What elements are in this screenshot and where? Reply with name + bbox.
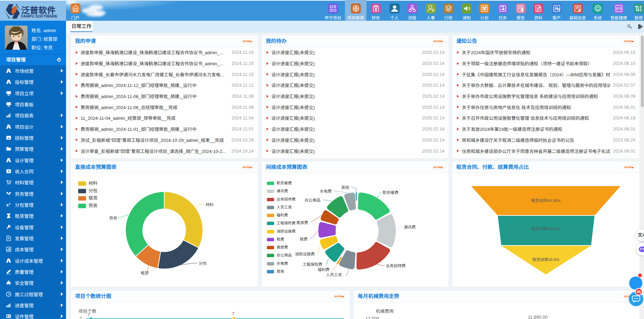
svg-text:2: 2 <box>9 202 11 205</box>
svg-text:水电费: 水电费 <box>320 189 332 193</box>
svg-text:人员工资: 人员工资 <box>326 273 342 277</box>
svg-text:业务招待费: 业务招待费 <box>386 264 406 268</box>
svg-text:x: x <box>6 202 9 207</box>
svg-text:材料: 材料 <box>206 203 214 207</box>
svg-text:租赁付款29.04%: 租赁付款29.04% <box>531 227 560 231</box>
svg-text:分包: 分包 <box>199 261 207 265</box>
svg-text:租赁: 租赁 <box>141 271 149 275</box>
svg-text:租赁合同44.36%: 租赁合同44.36% <box>531 199 560 203</box>
svg-text:福利费: 福利费 <box>318 268 330 272</box>
svg-text:工程保险费: 工程保险费 <box>302 262 323 267</box>
svg-text:职员餐费: 职员餐费 <box>383 191 399 195</box>
svg-text:税费: 税费 <box>300 237 308 241</box>
svg-text:文A: 文A <box>637 232 644 238</box>
svg-text:消防设施费: 消防设施费 <box>295 252 315 256</box>
svg-text:差旅费: 差旅费 <box>296 221 308 225</box>
svg-text:租赁结算26.6%: 租赁结算26.6% <box>532 258 560 262</box>
svg-text:劳务: 劳务 <box>109 216 117 220</box>
svg-text:通讯费: 通讯费 <box>404 225 416 229</box>
svg-text:办公用品: 办公用品 <box>305 198 320 202</box>
svg-text:其他: 其他 <box>341 185 349 190</box>
